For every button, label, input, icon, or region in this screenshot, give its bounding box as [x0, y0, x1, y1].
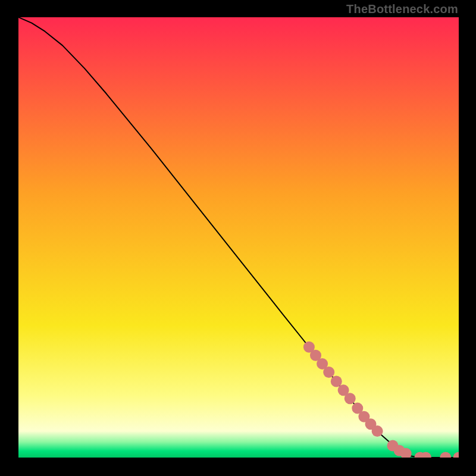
gradient-background — [18, 17, 459, 458]
data-marker — [372, 425, 383, 437]
chart-svg — [18, 17, 459, 458]
watermark-text: TheBottleneck.com — [346, 2, 458, 16]
data-marker — [323, 367, 334, 378]
data-marker — [331, 375, 342, 387]
chart-container: TheBottleneck.com — [0, 0, 476, 476]
plot-area — [18, 17, 459, 458]
data-marker — [345, 393, 356, 404]
